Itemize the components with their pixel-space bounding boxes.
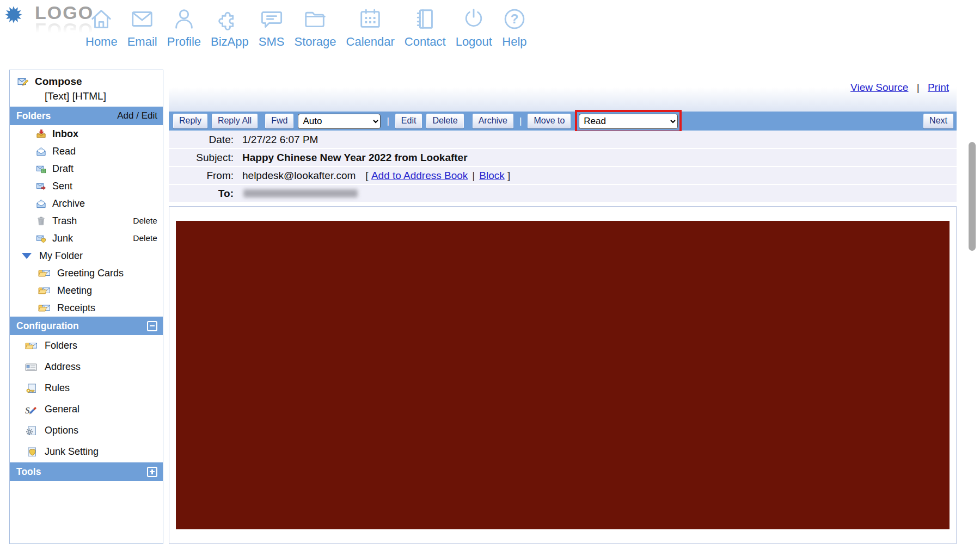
calendar-icon (358, 7, 383, 32)
compose-button[interactable]: Compose (17, 76, 163, 88)
message-body-container (169, 206, 957, 544)
main-menu: Home Email Profile BizApp SMS Storage Ca… (81, 7, 532, 49)
nav-item-bizapp[interactable]: BizApp (206, 7, 254, 49)
nav-label: Contact (405, 35, 446, 49)
page-scrollbar (970, 70, 978, 544)
bracket-close: ] (507, 170, 510, 182)
sidebar-item-my-folder[interactable]: My Folder (10, 247, 163, 264)
sidebar-item-meeting[interactable]: Meeting (10, 282, 163, 299)
from-value: helpdesk@lookafter.com (242, 170, 356, 182)
scrollbar-thumb[interactable] (969, 142, 976, 251)
bracket-open: [ (365, 170, 368, 182)
sidebar-item-sent[interactable]: Sent (10, 177, 163, 195)
links-divider: | (917, 82, 920, 93)
address-card-icon (25, 362, 38, 373)
nav-item-home[interactable]: Home (81, 7, 122, 49)
rules-key-icon (25, 383, 38, 394)
signature-icon (25, 404, 38, 415)
mail-view-header: View Source | Print (169, 70, 957, 112)
shield-doc-icon (25, 447, 38, 458)
reply-button[interactable]: Reply (173, 114, 207, 128)
configuration-section-header: Configuration (10, 317, 163, 335)
sidebar-item-rules[interactable]: Rules (10, 378, 163, 399)
configuration-collapse-button[interactable] (147, 321, 157, 331)
profile-icon (171, 7, 197, 32)
contact-icon (413, 7, 438, 32)
mark-as-select[interactable]: Read (579, 114, 678, 129)
redacted-recipient (243, 189, 358, 197)
header-row-to: To: (169, 185, 957, 202)
junk-delete-link[interactable]: Delete (133, 233, 157, 243)
print-link[interactable]: Print (928, 82, 949, 93)
top-navigation: LOGO LOGO Home Email Profile BizApp SMS … (0, 0, 980, 70)
add-to-address-book-link[interactable]: Add to Address Book (371, 170, 468, 182)
nav-label: Email (127, 35, 157, 49)
read-icon (36, 146, 46, 157)
nav-item-storage[interactable]: Storage (289, 7, 341, 49)
mail-toolbar: Reply Reply All Fwd Auto | Edit Delete A… (169, 112, 957, 131)
block-link[interactable]: Block (479, 170, 504, 182)
sidebar-item-trash[interactable]: TrashDelete (10, 212, 163, 230)
nav-item-contact[interactable]: Contact (400, 7, 451, 49)
nav-item-help[interactable]: Help (497, 7, 532, 49)
email-body-block (176, 221, 950, 529)
inbox-icon (36, 129, 46, 139)
message-headers: Date: 1/27/22 6:07 PM Subject: Happy Chi… (169, 131, 957, 203)
nav-label: Profile (167, 35, 201, 49)
view-source-link[interactable]: View Source (850, 82, 908, 93)
nav-label: BizApp (211, 35, 249, 49)
nav-item-sms[interactable]: SMS (254, 7, 290, 49)
storage-icon (303, 7, 328, 32)
edit-button[interactable]: Edit (395, 114, 422, 128)
sidebar-item-receipts[interactable]: Receipts (10, 299, 163, 317)
sidebar-item-folders-config[interactable]: Folders (10, 335, 163, 356)
sidebar-item-read[interactable]: Read (10, 143, 163, 160)
triangle-down-icon (22, 253, 32, 259)
folders-add-edit-link[interactable]: Add / Edit (117, 110, 157, 121)
sms-icon (259, 7, 284, 32)
nav-item-logout[interactable]: Logout (451, 7, 497, 49)
compose-text-link[interactable]: [Text] (45, 90, 69, 102)
subject-label: Subject: (169, 152, 242, 164)
header-row-date: Date: 1/27/22 6:07 PM (169, 131, 957, 148)
next-button[interactable]: Next (923, 114, 953, 128)
fwd-mode-select[interactable]: Auto (298, 114, 381, 129)
folders-header-title: Folders (16, 110, 117, 122)
sidebar-item-draft[interactable]: Draft (10, 160, 163, 177)
nav-item-email[interactable]: Email (122, 7, 162, 49)
sidebar-item-general[interactable]: General (10, 399, 163, 420)
toolbar-divider: | (387, 116, 389, 127)
compose-icon (17, 76, 29, 88)
delete-button[interactable]: Delete (426, 114, 463, 128)
compose-html-link[interactable]: [HTML] (72, 90, 106, 102)
nav-label: SMS (259, 35, 285, 49)
nav-label: Calendar (346, 35, 395, 49)
sidebar-item-archive[interactable]: Archive (10, 195, 163, 212)
to-label: To: (169, 188, 242, 200)
archive-button[interactable]: Archive (473, 114, 513, 128)
sidebar-item-greeting-cards[interactable]: Greeting Cards (10, 264, 163, 282)
sidebar-item-junk-setting[interactable]: Junk Setting (10, 441, 163, 462)
nav-label: Help (502, 35, 526, 49)
nav-item-calendar[interactable]: Calendar (341, 7, 400, 49)
tools-header-title: Tools (16, 466, 147, 478)
nav-label: Logout (456, 35, 492, 49)
trash-delete-link[interactable]: Delete (133, 216, 157, 226)
folder-mail-icon (38, 303, 51, 313)
sidebar-item-options[interactable]: Options (10, 420, 163, 441)
reply-all-button[interactable]: Reply All (212, 114, 258, 128)
help-icon (502, 7, 527, 32)
sidebar-item-address[interactable]: Address (10, 356, 163, 378)
gear-doc-icon (25, 425, 38, 436)
nav-item-profile[interactable]: Profile (162, 7, 206, 49)
logo-star-icon (4, 5, 23, 24)
nav-label: Storage (294, 35, 336, 49)
fwd-button[interactable]: Fwd (265, 114, 293, 128)
tools-expand-button[interactable] (147, 467, 157, 477)
toolbar-divider: | (519, 116, 522, 127)
sidebar-item-junk[interactable]: JunkDelete (10, 230, 163, 247)
sidebar-item-inbox[interactable]: Inbox (10, 125, 163, 143)
archive-icon (36, 199, 46, 209)
move-to-button[interactable]: Move to (528, 114, 571, 128)
folders-section-header: Folders Add / Edit (10, 107, 163, 125)
